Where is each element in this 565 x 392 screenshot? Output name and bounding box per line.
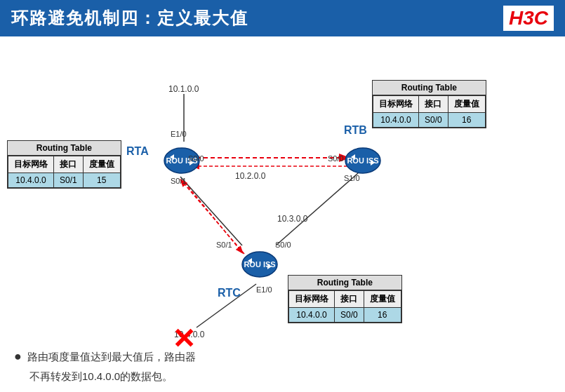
rt-rta-col2: 接口: [54, 156, 84, 173]
bottom-line1: ● 路由项度量值达到最大值后，路由器: [14, 346, 196, 367]
rt-rtb-iface1: S0/0: [419, 113, 448, 128]
iface-rta-s0: S0/0: [188, 154, 204, 163]
rt-rtb-row1: 10.4.0.0 S0/0 16: [373, 113, 486, 128]
iface-rta-e1: E1/0: [171, 130, 187, 138]
svg-line-6: [181, 180, 244, 254]
rt-rtb-dest1: 10.4.0.0: [373, 113, 419, 128]
rt-rtc-col2: 接口: [335, 291, 364, 308]
net-label-10200: 10.2.0.0: [235, 171, 265, 181]
routing-table-rtb: Routing Table 目标网络 接口 度量值 10.4.0.0 S0/0 …: [372, 80, 486, 128]
router-rtc: ROU ISS: [241, 245, 279, 283]
main-content: ROU ISS RTA ROU ISS RTB ROU ISS RTC 10.1…: [0, 36, 565, 392]
svg-text:ROU ISS: ROU ISS: [347, 156, 378, 165]
rt-rta-dest1: 10.4.0.0: [8, 173, 54, 188]
header: 环路避免机制四：定义最大值 H3C: [0, 0, 565, 36]
iface-rta-s1: S0/1: [171, 177, 187, 185]
h3c-logo: H3C: [503, 6, 554, 31]
iface-rtc-s0: S0/0: [275, 241, 291, 249]
rtb-label: RTB: [344, 124, 367, 137]
svg-line-2: [276, 173, 358, 245]
svg-line-3: [180, 177, 242, 245]
rt-rtb-metric1: 16: [448, 113, 485, 128]
svg-line-7: [185, 182, 242, 252]
rt-rta-row1: 10.4.0.0 S0/1 15: [8, 173, 121, 188]
rt-rtb-col1: 目标网络: [373, 96, 419, 113]
rt-rtc-col1: 目标网络: [289, 291, 335, 308]
iface-rtc-s01: S0/1: [216, 241, 232, 249]
svg-text:ROU ISS: ROU ISS: [244, 260, 275, 269]
rt-rtc-col3: 度量值: [364, 291, 401, 308]
bottom-text-line2: 不再转发到10.4.0.0的数据包。: [29, 370, 173, 382]
net-label-10300: 10.3.0.0: [277, 214, 307, 224]
rt-rtc-iface1: S0/0: [335, 308, 364, 323]
bottom-text-line1: 路由项度量值达到最大值后，路由器: [27, 351, 196, 363]
rt-rtc-row1: 10.4.0.0 S0/0 16: [289, 308, 401, 323]
rt-rta-iface1: S0/1: [54, 173, 84, 188]
rt-rtb-col2: 接口: [419, 96, 448, 113]
iface-rtb-s0: S0/0: [328, 154, 344, 163]
rt-rta-title: Routing Table: [8, 141, 121, 156]
rt-rtc-metric1: 16: [364, 308, 401, 323]
rt-rtb-title: Routing Table: [373, 81, 486, 95]
rt-rta-col1: 目标网络: [8, 156, 54, 173]
rta-label: RTA: [126, 145, 149, 158]
routing-table-rta: Routing Table 目标网络 接口 度量值 10.4.0.0 S0/1 …: [7, 140, 121, 189]
routing-table-rtc: Routing Table 目标网络 接口 度量值 10.4.0.0 S0/0 …: [288, 275, 402, 323]
bullet-icon: ●: [14, 349, 22, 363]
rt-rta-metric1: 15: [83, 173, 120, 188]
net-label-10100: 10.1.0.0: [168, 84, 199, 94]
bottom-text: ● 路由项度量值达到最大值后，路由器 不再转发到10.4.0.0的数据包。: [14, 346, 196, 385]
iface-rtb-s1: S1/0: [344, 174, 360, 182]
rt-rtb-col3: 度量值: [448, 96, 485, 113]
bottom-line2: 不再转发到10.4.0.0的数据包。: [14, 367, 196, 386]
rt-rtc-dest1: 10.4.0.0: [289, 308, 335, 323]
rt-rta-col3: 度量值: [83, 156, 120, 173]
rtc-label: RTC: [218, 287, 241, 299]
page-title: 环路避免机制四：定义最大值: [11, 7, 248, 29]
iface-rtc-e1: E1/0: [256, 285, 272, 294]
rt-rtc-title: Routing Table: [288, 276, 401, 290]
